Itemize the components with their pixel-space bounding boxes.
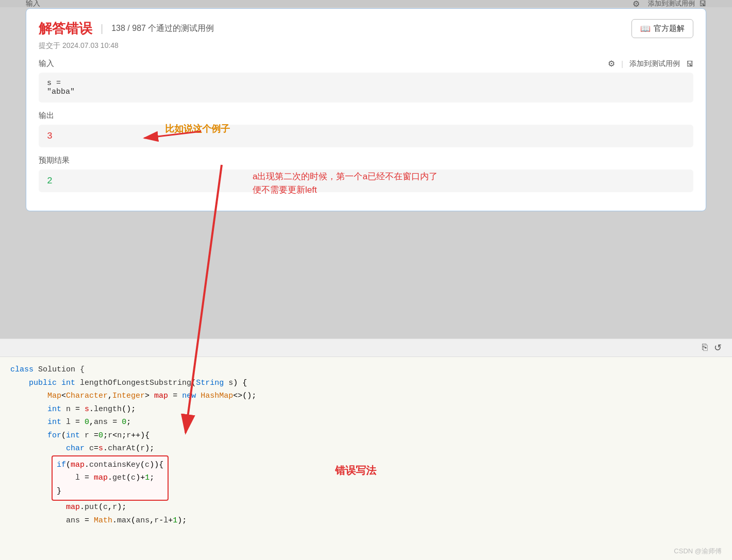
save-test-icon[interactable]: 🖫 [686, 60, 693, 68]
separator: | [621, 60, 623, 68]
top-input-label: 输入 [26, 0, 40, 8]
input-value-line: "abba" [47, 88, 685, 96]
input-actions: ⚙ | 添加到测试用例 🖫 [608, 59, 693, 69]
result-title-left: 解答错误 | 138 / 987 个通过的测试用例 [39, 20, 214, 38]
code-line-9: l = map.get(c)+1; [57, 471, 163, 485]
code-line-12: ans = Math.max(ans,r-l+1); [10, 514, 722, 528]
result-header: 解答错误 | 138 / 987 个通过的测试用例 📖 官方题解 [39, 19, 693, 38]
code-line-2: public int lengthOfLongestSubstring(Stri… [10, 377, 722, 390]
refresh-icon[interactable]: ↺ [714, 342, 722, 353]
code-line-10: } [57, 485, 163, 498]
top-add-test-label[interactable]: 添加到测试用例 [648, 0, 695, 8]
input-section-label: 输入 ⚙ | 添加到测试用例 🖫 [39, 59, 693, 69]
expected-value: 2 [47, 176, 53, 186]
editor-toolbar: ⎘ ↺ [0, 338, 732, 357]
annotation-red-line2: 便不需要更新left [253, 183, 438, 197]
settings-icon[interactable]: ⚙ [608, 59, 615, 69]
annotation-error-label: 错误写法 [335, 464, 376, 478]
output-section-label: 输出 [39, 111, 693, 121]
top-strip: 输入 ⚙ 添加到测试用例 🖫 [0, 0, 732, 7]
code-line-1: class Solution { [10, 363, 722, 377]
code-line-11: map.put(c,r); [10, 501, 722, 514]
result-error-title: 解答错误 [39, 20, 92, 38]
official-solution-label: 官方题解 [654, 24, 685, 33]
expected-section-label: 预期结果 [39, 156, 693, 165]
output-value: 3 [47, 131, 53, 141]
annotation-orange: 比如说这个例子 [165, 123, 230, 135]
code-line-7: char c=s.charAt(r); [10, 442, 722, 455]
book-icon: 📖 [640, 24, 651, 33]
top-settings-icon[interactable]: ⚙ [633, 0, 640, 9]
divider: | [101, 23, 103, 35]
official-solution-button[interactable]: 📖 官方题解 [631, 19, 693, 38]
code-editor-area: ⎘ ↺ class Solution { public int lengthOf… [0, 338, 732, 560]
submit-time: 提交于 2024.07.03 10:48 [39, 41, 693, 50]
code-error-block: if(map.containsKey(c)){ l = map.get(c)+1… [52, 455, 169, 501]
annotation-red-line1: a出现第二次的时候，第一个a已经不在窗口内了 [253, 170, 438, 183]
input-code-block: s = "abba" [39, 73, 693, 103]
annotation-red-note: a出现第二次的时候，第一个a已经不在窗口内了 便不需要更新left [253, 170, 438, 196]
code-line-4: int n = s.length(); [10, 403, 722, 416]
top-save-icon[interactable]: 🖫 [699, 0, 706, 8]
code-line-8: if(map.containsKey(c)){ [57, 459, 163, 472]
input-label: 输入 [39, 59, 54, 69]
result-stats: 138 / 987 个通过的测试用例 [111, 23, 214, 34]
code-content: class Solution { public int lengthOfLong… [0, 357, 732, 560]
code-line-3: Map<Character,Integer> map = new HashMap… [10, 389, 722, 403]
output-label: 输出 [39, 111, 54, 121]
expected-label: 预期结果 [39, 156, 70, 165]
output-code-block: 3 [39, 125, 693, 147]
add-test-label[interactable]: 添加到测试用例 [629, 59, 680, 69]
code-line-6: for(int r =0;r<n;r++){ [10, 429, 722, 443]
copy-icon[interactable]: ⎘ [702, 342, 708, 353]
code-line-5: int l = 0,ans = 0; [10, 416, 722, 429]
input-var-line: s = [47, 79, 685, 88]
watermark: CSDN @渝师傅 [674, 547, 722, 556]
